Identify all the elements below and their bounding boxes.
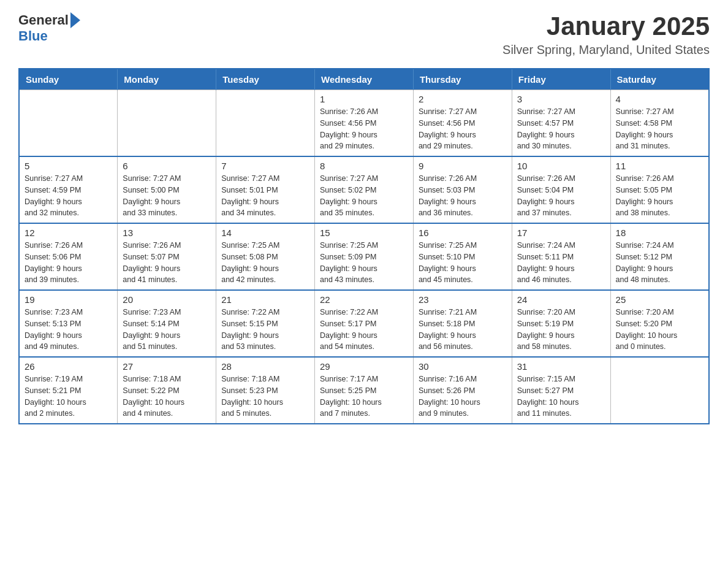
day-number: 11 (616, 161, 703, 171)
calendar-cell: 21Sunrise: 7:22 AM Sunset: 5:15 PM Dayli… (216, 290, 315, 357)
day-number: 31 (517, 361, 605, 372)
day-info: Sunrise: 7:27 AM Sunset: 4:58 PM Dayligh… (616, 106, 703, 152)
calendar-cell: 9Sunrise: 7:26 AM Sunset: 5:03 PM Daylig… (413, 156, 512, 223)
calendar-cell: 19Sunrise: 7:23 AM Sunset: 5:13 PM Dayli… (19, 290, 118, 357)
calendar-cell: 7Sunrise: 7:27 AM Sunset: 5:01 PM Daylig… (216, 156, 315, 223)
calendar-cell: 12Sunrise: 7:26 AM Sunset: 5:06 PM Dayli… (19, 223, 118, 290)
calendar-cell (19, 90, 118, 157)
day-info: Sunrise: 7:25 AM Sunset: 5:08 PM Dayligh… (221, 240, 309, 286)
calendar-cell: 3Sunrise: 7:27 AM Sunset: 4:57 PM Daylig… (512, 90, 610, 157)
calendar-cell: 20Sunrise: 7:23 AM Sunset: 5:14 PM Dayli… (118, 290, 216, 357)
calendar-week-row: 19Sunrise: 7:23 AM Sunset: 5:13 PM Dayli… (19, 290, 709, 357)
logo-blue-text: Blue (18, 28, 48, 44)
day-number: 7 (221, 161, 309, 171)
days-of-week-row: Sunday Monday Tuesday Wednesday Thursday… (19, 69, 709, 90)
page-title: January 2025 (502, 12, 710, 40)
day-number: 10 (517, 161, 605, 171)
day-number: 1 (320, 94, 408, 104)
day-info: Sunrise: 7:19 AM Sunset: 5:21 PM Dayligh… (25, 373, 112, 419)
day-info: Sunrise: 7:25 AM Sunset: 5:09 PM Dayligh… (320, 240, 408, 286)
day-info: Sunrise: 7:20 AM Sunset: 5:20 PM Dayligh… (616, 307, 703, 353)
calendar-cell: 25Sunrise: 7:20 AM Sunset: 5:20 PM Dayli… (610, 290, 709, 357)
day-number: 2 (419, 94, 507, 104)
day-info: Sunrise: 7:18 AM Sunset: 5:22 PM Dayligh… (123, 373, 211, 419)
calendar-cell: 30Sunrise: 7:16 AM Sunset: 5:26 PM Dayli… (413, 357, 512, 424)
day-number: 30 (419, 361, 507, 372)
calendar-cell: 18Sunrise: 7:24 AM Sunset: 5:12 PM Dayli… (610, 223, 709, 290)
calendar-cell: 23Sunrise: 7:21 AM Sunset: 5:18 PM Dayli… (413, 290, 512, 357)
logo-general-text: General (18, 12, 69, 28)
calendar-cell: 16Sunrise: 7:25 AM Sunset: 5:10 PM Dayli… (413, 223, 512, 290)
calendar-cell: 11Sunrise: 7:26 AM Sunset: 5:05 PM Dayli… (610, 156, 709, 223)
day-number: 18 (616, 228, 703, 238)
calendar-cell: 31Sunrise: 7:15 AM Sunset: 5:27 PM Dayli… (512, 357, 610, 424)
calendar-cell: 2Sunrise: 7:27 AM Sunset: 4:56 PM Daylig… (413, 90, 512, 157)
day-info: Sunrise: 7:24 AM Sunset: 5:12 PM Dayligh… (616, 240, 703, 286)
col-monday: Monday (118, 69, 216, 90)
col-friday: Friday (512, 69, 610, 90)
calendar-body: 1Sunrise: 7:26 AM Sunset: 4:56 PM Daylig… (19, 90, 709, 424)
calendar-cell: 15Sunrise: 7:25 AM Sunset: 5:09 PM Dayli… (315, 223, 414, 290)
calendar-cell (118, 90, 216, 157)
calendar-header: Sunday Monday Tuesday Wednesday Thursday… (19, 69, 709, 90)
day-info: Sunrise: 7:26 AM Sunset: 4:56 PM Dayligh… (320, 106, 408, 152)
calendar-cell: 10Sunrise: 7:26 AM Sunset: 5:04 PM Dayli… (512, 156, 610, 223)
day-info: Sunrise: 7:21 AM Sunset: 5:18 PM Dayligh… (419, 307, 507, 353)
day-number: 4 (616, 94, 703, 104)
calendar-cell: 24Sunrise: 7:20 AM Sunset: 5:19 PM Dayli… (512, 290, 610, 357)
day-info: Sunrise: 7:16 AM Sunset: 5:26 PM Dayligh… (419, 373, 507, 419)
day-number: 14 (221, 228, 309, 238)
day-number: 8 (320, 161, 408, 171)
day-info: Sunrise: 7:27 AM Sunset: 5:01 PM Dayligh… (221, 173, 309, 219)
calendar-cell: 22Sunrise: 7:22 AM Sunset: 5:17 PM Dayli… (315, 290, 414, 357)
day-info: Sunrise: 7:15 AM Sunset: 5:27 PM Dayligh… (517, 373, 605, 419)
day-number: 26 (25, 361, 112, 372)
day-number: 17 (517, 228, 605, 238)
day-number: 5 (25, 161, 112, 171)
calendar-cell: 29Sunrise: 7:17 AM Sunset: 5:25 PM Dayli… (315, 357, 414, 424)
day-info: Sunrise: 7:26 AM Sunset: 5:07 PM Dayligh… (123, 240, 211, 286)
calendar-table: Sunday Monday Tuesday Wednesday Thursday… (18, 68, 710, 424)
day-number: 19 (25, 294, 112, 305)
day-number: 3 (517, 94, 605, 104)
calendar-week-row: 5Sunrise: 7:27 AM Sunset: 4:59 PM Daylig… (19, 156, 709, 223)
logo-triangle-icon (70, 12, 80, 28)
day-info: Sunrise: 7:20 AM Sunset: 5:19 PM Dayligh… (517, 307, 605, 353)
day-info: Sunrise: 7:23 AM Sunset: 5:14 PM Dayligh… (123, 307, 211, 353)
day-number: 20 (123, 294, 211, 305)
calendar-cell: 27Sunrise: 7:18 AM Sunset: 5:22 PM Dayli… (118, 357, 216, 424)
calendar-cell: 13Sunrise: 7:26 AM Sunset: 5:07 PM Dayli… (118, 223, 216, 290)
calendar-week-row: 1Sunrise: 7:26 AM Sunset: 4:56 PM Daylig… (19, 90, 709, 157)
day-number: 25 (616, 294, 703, 305)
day-number: 24 (517, 294, 605, 305)
day-number: 29 (320, 361, 408, 372)
day-number: 21 (221, 294, 309, 305)
day-info: Sunrise: 7:17 AM Sunset: 5:25 PM Dayligh… (320, 373, 408, 419)
title-block: January 2025 Silver Spring, Maryland, Un… (502, 12, 710, 57)
page-subtitle: Silver Spring, Maryland, United States (502, 43, 710, 57)
day-info: Sunrise: 7:27 AM Sunset: 4:59 PM Dayligh… (25, 173, 112, 219)
calendar-week-row: 26Sunrise: 7:19 AM Sunset: 5:21 PM Dayli… (19, 357, 709, 424)
logo: General Blue (18, 12, 80, 44)
calendar-cell: 4Sunrise: 7:27 AM Sunset: 4:58 PM Daylig… (610, 90, 709, 157)
day-info: Sunrise: 7:23 AM Sunset: 5:13 PM Dayligh… (25, 307, 112, 353)
calendar-cell: 1Sunrise: 7:26 AM Sunset: 4:56 PM Daylig… (315, 90, 414, 157)
day-info: Sunrise: 7:26 AM Sunset: 5:06 PM Dayligh… (25, 240, 112, 286)
day-number: 9 (419, 161, 507, 171)
day-info: Sunrise: 7:18 AM Sunset: 5:23 PM Dayligh… (221, 373, 309, 419)
day-number: 12 (25, 228, 112, 238)
day-info: Sunrise: 7:27 AM Sunset: 4:57 PM Dayligh… (517, 106, 605, 152)
day-number: 15 (320, 228, 408, 238)
day-number: 22 (320, 294, 408, 305)
calendar-cell (610, 357, 709, 424)
day-info: Sunrise: 7:26 AM Sunset: 5:03 PM Dayligh… (419, 173, 507, 219)
day-info: Sunrise: 7:27 AM Sunset: 5:00 PM Dayligh… (123, 173, 211, 219)
day-info: Sunrise: 7:22 AM Sunset: 5:17 PM Dayligh… (320, 307, 408, 353)
day-number: 23 (419, 294, 507, 305)
day-number: 6 (123, 161, 211, 171)
col-sunday: Sunday (19, 69, 118, 90)
calendar-cell: 5Sunrise: 7:27 AM Sunset: 4:59 PM Daylig… (19, 156, 118, 223)
day-number: 13 (123, 228, 211, 238)
day-number: 27 (123, 361, 211, 372)
calendar-cell: 8Sunrise: 7:27 AM Sunset: 5:02 PM Daylig… (315, 156, 414, 223)
